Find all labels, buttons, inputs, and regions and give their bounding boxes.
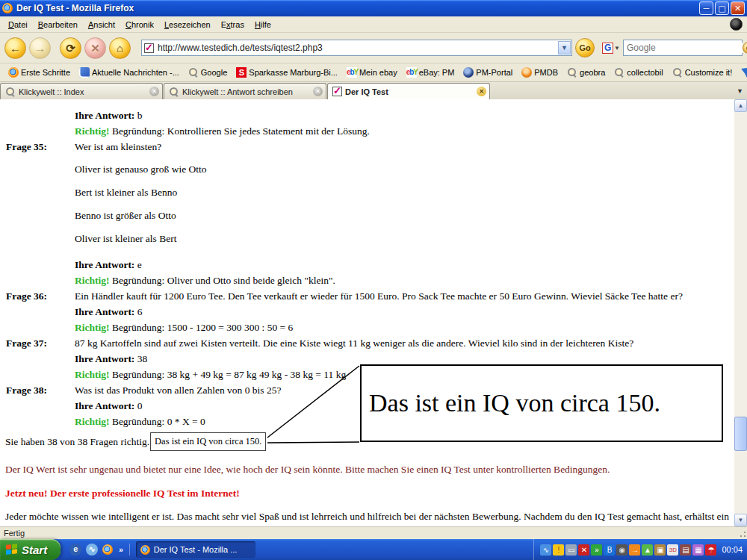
answer-row: Ihre Antwort: 6 [0, 304, 734, 320]
go-button[interactable]: Go [575, 38, 595, 57]
bookmark-item[interactable]: Customize it! [669, 66, 737, 79]
tab-close-button[interactable]: ✕ [149, 87, 159, 96]
bookmark-item[interactable]: SSparkasse Marburg-Bi... [232, 66, 341, 79]
bookmark-label: Google [201, 68, 227, 77]
tab-klickywelt-antwort-schreiben[interactable]: Klickywelt :: Antwort schreiben✕ [164, 83, 326, 99]
swan-app-icon[interactable]: ∿ [86, 544, 98, 556]
menu-bearbeiten[interactable]: Bearbeiten [33, 18, 83, 31]
question-row: Frage 35:Wer ist am kleinsten? [0, 139, 734, 155]
search-icon [614, 67, 624, 78]
bookmark-item[interactable]: PMDB [518, 66, 562, 79]
maximize-button[interactable]: ▢ [715, 1, 729, 15]
bookmark-item[interactable]: ebYMein ebay [343, 66, 401, 79]
start-button[interactable]: Start [0, 539, 61, 560]
swan-tray-icon[interactable]: ∿ [540, 544, 551, 556]
row-text: Ihre Antwort: 6 [75, 304, 734, 320]
pattern-icon[interactable]: ▦ [692, 544, 704, 556]
title-bar: Der IQ Test - Mozilla Firefox ─ ▢ ✕ [0, 0, 747, 16]
question-label [0, 304, 75, 320]
bookmark-label: geobra [580, 68, 605, 77]
firefox-icon [140, 545, 150, 555]
navigation-toolbar: ← → ⟳ ✕ ⌂ ▼ Go G ▼ [0, 33, 747, 63]
row-text: Benno ist größer als Otto [75, 208, 734, 223]
printer-icon[interactable]: ▤ [680, 544, 691, 556]
device-icon[interactable]: ▣ [654, 544, 666, 556]
reload-button[interactable]: ⟳ [60, 37, 81, 59]
correct-badge: Richtig! [75, 369, 110, 380]
xgi-3d-icon[interactable]: 3D [667, 544, 678, 556]
tab-label: Klickywelt :: Index [19, 87, 146, 96]
bookmark-item[interactable]: Google [185, 66, 231, 79]
bookmark-item[interactable]: Erste Schritte [4, 66, 74, 79]
menu-hilfe[interactable]: Hilfe [249, 18, 276, 31]
text-segment: Oliver ist genauso groß wie Otto [75, 164, 207, 175]
text-segment: Begründung: 38 kg + 49 kg = 87 kg 49 kg … [110, 369, 347, 380]
tab-label: Klickywelt :: Antwort schreiben [182, 87, 310, 96]
site-favicon-checkbox-icon [144, 43, 154, 53]
security-shield-icon[interactable]: ! [553, 544, 564, 556]
tab-close-button[interactable]: ✕ [313, 87, 323, 96]
download-manager-icon[interactable]: → [629, 544, 640, 556]
quick-launch-overflow-button[interactable]: » [119, 546, 123, 554]
display-signal-icon[interactable]: ▭ [565, 544, 577, 556]
question-label [0, 414, 75, 429]
internet-explorer-icon[interactable]: e [69, 544, 81, 556]
search-input[interactable] [627, 43, 743, 53]
question-row: Frage 36:Ein Händler kauft für 1200 Euro… [0, 288, 734, 304]
updates-icon[interactable]: » [591, 544, 602, 556]
bookmark-item[interactable]: PM-Portal [459, 66, 516, 79]
bookmark-item[interactable]: Aktuelle Nachrichten -... [75, 66, 183, 79]
bookmark-item[interactable]: geobra [563, 66, 609, 79]
menu-chronik[interactable]: Chronik [120, 18, 159, 31]
resize-grip[interactable] [737, 528, 747, 538]
stop-button[interactable]: ✕ [84, 37, 106, 59]
result-text: Sie haben 38 von 38 Fragen richtig. [5, 435, 149, 448]
close-button[interactable]: ✕ [731, 1, 745, 15]
vertical-scrollbar[interactable]: ▲ ▼ [734, 99, 747, 526]
menu-lesezeichen[interactable]: Lesezeichen [159, 18, 216, 31]
scrollbar-thumb[interactable] [734, 417, 747, 451]
search-engine-selector[interactable]: G ▼ [602, 43, 620, 54]
tab-klickywelt-index[interactable]: Klickywelt :: Index✕ [0, 83, 163, 99]
bookmark-label: Aktuelle Nachrichten -... [92, 68, 179, 77]
tab-der-iq-test[interactable]: Der IQ Test✕ [327, 83, 490, 99]
home-button[interactable]: ⌂ [109, 37, 131, 59]
search-box[interactable] [623, 40, 743, 56]
task-button-firefox[interactable]: Der IQ Test - Mozilla ... [136, 541, 255, 558]
usb-eject-icon[interactable]: ▲ [642, 544, 653, 556]
volume-icon[interactable]: ◉ [616, 544, 627, 556]
menu-extras[interactable]: Extras [216, 18, 249, 31]
scroll-down-button[interactable]: ▼ [734, 514, 747, 526]
answer-label: Ihre Antwort: [75, 110, 134, 121]
question-label [0, 184, 75, 200]
text-segment: 87 kg Kartoffeln sind auf zwei Kisten ve… [75, 337, 633, 349]
menu-ansicht[interactable]: Ansicht [83, 18, 120, 31]
minimize-button[interactable]: ─ [699, 1, 713, 15]
firefox-icon[interactable] [102, 544, 113, 555]
bookmark-item[interactable]: ebYeBay: PM [403, 66, 459, 79]
forward-button[interactable]: → [29, 37, 51, 59]
bookmark-item[interactable]: collectobil [610, 66, 666, 79]
disclaimer-text: Der IQ Wert ist sehr ungenau und bietet … [0, 461, 734, 477]
tab-close-button[interactable]: ✕ [477, 87, 486, 96]
text-segment: Begründung: Oliver und Otto sind beide g… [110, 275, 335, 286]
address-bar[interactable]: ▼ [141, 40, 572, 56]
avira-antivirus-icon[interactable]: ☂ [705, 544, 716, 556]
google-engine-icon: G [602, 43, 613, 54]
row-text: Bert ist kleiner als Benno [75, 184, 734, 200]
question-label: Frage 37: [0, 335, 75, 351]
bookmark-item[interactable]: Hermes [737, 66, 747, 79]
search-magnifier-icon[interactable] [743, 42, 747, 54]
muted-device-icon[interactable]: ✕ [578, 544, 589, 556]
back-button[interactable]: ← [4, 37, 26, 59]
text-segment: Was ist das Produkt von allen Zahlen von… [75, 385, 281, 396]
list-all-tabs-button[interactable]: ▼ [737, 87, 743, 95]
menu-datei[interactable]: Datei [3, 18, 33, 31]
url-input[interactable] [158, 43, 558, 53]
tab-favicon-search-icon [5, 87, 16, 97]
bluetooth-icon[interactable]: B [604, 544, 615, 556]
answer-label: Ihre Antwort: [75, 353, 134, 364]
scroll-up-button[interactable]: ▲ [734, 99, 747, 112]
row-text: 87 kg Kartoffeln sind auf zwei Kisten ve… [75, 335, 734, 351]
url-dropdown-button[interactable]: ▼ [558, 41, 571, 55]
